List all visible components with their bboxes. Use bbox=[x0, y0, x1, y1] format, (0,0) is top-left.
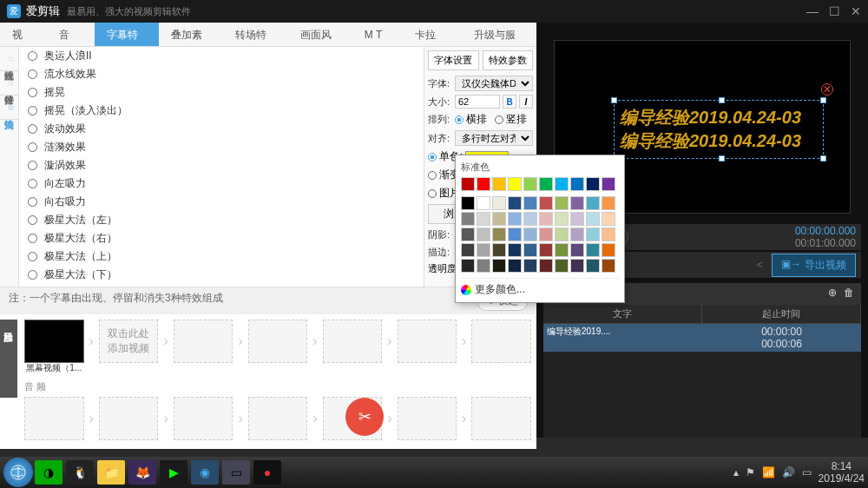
color-swatch-cell[interactable] bbox=[570, 243, 584, 257]
cut-button[interactable]: ✂ bbox=[345, 398, 384, 436]
taskbar-app-5[interactable]: ▶ bbox=[160, 460, 187, 485]
start-button[interactable] bbox=[3, 458, 33, 487]
size-input[interactable] bbox=[455, 95, 500, 109]
italic-button[interactable]: I bbox=[519, 95, 533, 109]
sidetab-2[interactable]: ☆消失特效 bbox=[0, 96, 18, 120]
color-swatch-cell[interactable] bbox=[523, 196, 537, 210]
color-swatch-cell[interactable] bbox=[555, 212, 569, 226]
color-swatch-cell[interactable] bbox=[539, 177, 553, 191]
radio-horizontal[interactable] bbox=[455, 115, 464, 124]
tab-1[interactable]: 音 频 bbox=[47, 23, 94, 46]
effect-item[interactable]: 极星大法（下） bbox=[19, 266, 424, 284]
clip-empty-slot[interactable] bbox=[471, 320, 531, 363]
color-swatch-cell[interactable] bbox=[461, 196, 475, 210]
color-swatch-cell[interactable] bbox=[492, 259, 506, 273]
clip-empty-slot[interactable] bbox=[174, 320, 233, 363]
color-swatch-cell[interactable] bbox=[492, 243, 506, 257]
effect-item[interactable]: 极星大法（右） bbox=[19, 229, 424, 247]
color-swatch-cell[interactable] bbox=[461, 212, 475, 226]
color-swatch-cell[interactable] bbox=[461, 259, 475, 273]
color-swatch-cell[interactable] bbox=[477, 228, 490, 241]
color-swatch-cell[interactable] bbox=[602, 243, 615, 257]
align-select[interactable]: 多行时左对齐 bbox=[455, 130, 533, 146]
clip-empty-slot[interactable] bbox=[248, 397, 308, 440]
color-swatch-cell[interactable] bbox=[523, 243, 537, 257]
tab-2[interactable]: 字幕特效 bbox=[95, 23, 159, 46]
taskbar-app-6[interactable]: ◉ bbox=[191, 460, 219, 485]
color-swatch-cell[interactable] bbox=[492, 196, 506, 210]
color-swatch-cell[interactable] bbox=[602, 228, 615, 241]
color-swatch-cell[interactable] bbox=[555, 243, 569, 257]
clip-empty-slot[interactable] bbox=[24, 397, 84, 440]
color-swatch-cell[interactable] bbox=[539, 228, 553, 241]
tray-flag-icon[interactable]: ⚑ bbox=[746, 466, 755, 478]
tab-8[interactable]: 升级与服务 bbox=[462, 23, 536, 46]
color-swatch-cell[interactable] bbox=[523, 228, 537, 241]
color-swatch-cell[interactable] bbox=[539, 259, 553, 273]
clip-thumbnail[interactable]: 黑幕视频（1... bbox=[24, 320, 84, 363]
color-swatch-cell[interactable] bbox=[586, 196, 600, 210]
taskbar-app-3[interactable]: 📁 bbox=[97, 460, 125, 485]
clip-empty-slot[interactable] bbox=[99, 397, 159, 440]
color-swatch-cell[interactable] bbox=[523, 212, 537, 226]
color-swatch-cell[interactable] bbox=[570, 228, 584, 241]
effect-item[interactable]: 摇晃（淡入淡出） bbox=[19, 102, 424, 120]
taskbar-app-7[interactable]: ▭ bbox=[222, 460, 250, 485]
color-swatch-cell[interactable] bbox=[555, 259, 569, 273]
tray-volume-icon[interactable]: 🔊 bbox=[782, 466, 795, 478]
color-swatch-cell[interactable] bbox=[477, 259, 490, 273]
color-swatch-cell[interactable] bbox=[602, 177, 615, 191]
color-swatch-cell[interactable] bbox=[570, 196, 584, 210]
color-swatch-cell[interactable] bbox=[508, 228, 522, 241]
taskbar-app-4[interactable]: 🦊 bbox=[128, 460, 156, 485]
clip-empty-slot[interactable]: 双击此处添加视频 bbox=[99, 320, 159, 363]
color-swatch-cell[interactable] bbox=[461, 243, 475, 257]
effect-item[interactable]: 极星大法（上） bbox=[19, 247, 424, 266]
effect-item[interactable]: 向右吸力 bbox=[19, 193, 424, 211]
delete-icon[interactable]: 🗑 bbox=[844, 287, 854, 299]
clip-empty-slot[interactable] bbox=[398, 320, 457, 363]
export-video-button[interactable]: ▣→导出视频 bbox=[772, 254, 856, 277]
color-swatch-cell[interactable] bbox=[539, 243, 553, 257]
color-swatch-cell[interactable] bbox=[508, 196, 522, 210]
taskbar-app-2[interactable]: 🐧 bbox=[66, 460, 94, 485]
tab-5[interactable]: 画面风格 bbox=[288, 23, 352, 46]
color-swatch-cell[interactable] bbox=[586, 177, 600, 191]
color-swatch-cell[interactable] bbox=[508, 243, 522, 257]
color-swatch-cell[interactable] bbox=[539, 196, 553, 210]
color-swatch-cell[interactable] bbox=[461, 228, 475, 241]
effect-item[interactable]: 漩涡效果 bbox=[19, 156, 424, 175]
radio-gradient[interactable] bbox=[428, 171, 437, 180]
effect-item[interactable]: 涟漪效果 bbox=[19, 138, 424, 156]
sidetab-1[interactable]: ☆停留特效 bbox=[0, 71, 18, 96]
color-swatch-cell[interactable] bbox=[492, 212, 506, 226]
effect-item[interactable]: 波动效果 bbox=[19, 120, 424, 138]
color-swatch-cell[interactable] bbox=[555, 177, 569, 191]
color-swatch-cell[interactable] bbox=[602, 212, 615, 226]
tray-input-icon[interactable]: ▭ bbox=[802, 466, 812, 478]
effect-item[interactable]: 奥运人浪II bbox=[19, 47, 424, 65]
color-swatch-cell[interactable] bbox=[586, 243, 600, 257]
color-swatch-cell[interactable] bbox=[586, 212, 600, 226]
share-icon[interactable]: < bbox=[757, 259, 763, 271]
tab-4[interactable]: 转场特效 bbox=[223, 23, 287, 46]
color-swatch-cell[interactable] bbox=[508, 212, 522, 226]
tab-3[interactable]: 叠加素材 bbox=[159, 23, 223, 46]
tab-7[interactable]: 卡拉OK bbox=[403, 23, 462, 46]
maximize-button[interactable]: ☐ bbox=[829, 4, 840, 18]
radio-image[interactable] bbox=[428, 189, 437, 198]
taskbar-app-8[interactable]: ● bbox=[253, 460, 281, 485]
effect-item[interactable]: 摇晃 bbox=[19, 83, 424, 102]
radio-vertical[interactable] bbox=[495, 115, 503, 124]
radio-solid-color[interactable] bbox=[428, 153, 437, 162]
tab-0[interactable]: 视 频 bbox=[0, 23, 47, 46]
color-swatch-cell[interactable] bbox=[586, 259, 600, 273]
color-swatch-cell[interactable] bbox=[477, 196, 490, 210]
color-swatch-cell[interactable] bbox=[508, 177, 522, 191]
bold-button[interactable]: B bbox=[503, 95, 516, 109]
tray-up-icon[interactable]: ▴ bbox=[733, 466, 739, 478]
color-swatch-cell[interactable] bbox=[492, 228, 506, 241]
color-swatch-cell[interactable] bbox=[523, 177, 537, 191]
clip-empty-slot[interactable] bbox=[248, 320, 308, 363]
color-swatch-cell[interactable] bbox=[570, 259, 584, 273]
